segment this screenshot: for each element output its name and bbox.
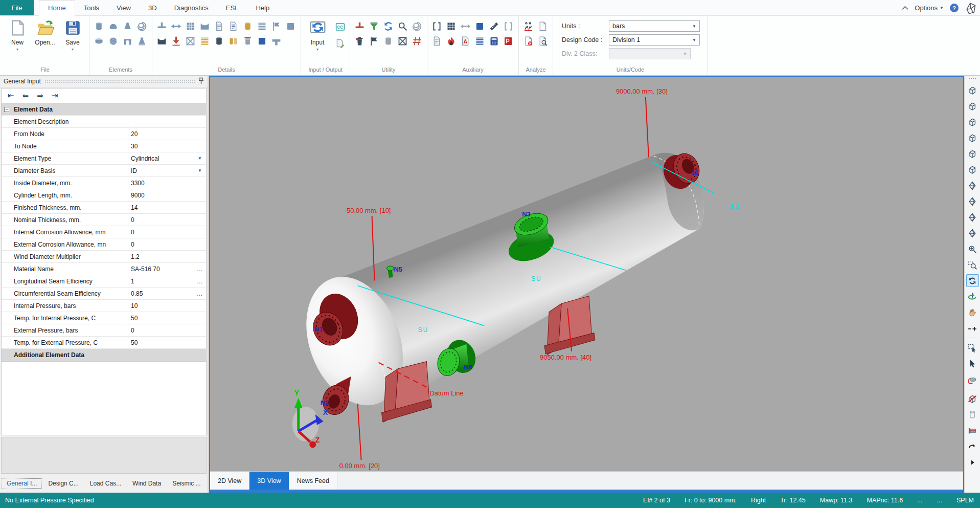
grid-value-inside-diameter-mm[interactable]: 3300 xyxy=(128,177,206,189)
help-icon[interactable]: ? xyxy=(950,4,959,12)
tab-tools[interactable]: Tools xyxy=(75,0,108,15)
zoom-percent-icon[interactable] xyxy=(396,19,409,33)
iso-view-1-icon[interactable] xyxy=(966,84,979,97)
delete-element-icon[interactable] xyxy=(353,34,367,48)
more-tools-icon[interactable] xyxy=(966,456,979,469)
spin-view-icon[interactable] xyxy=(966,290,979,303)
grid-value-to-node[interactable]: 30 xyxy=(128,140,206,152)
nozzle-check-icon[interactable] xyxy=(353,19,367,33)
body-flange-icon[interactable] xyxy=(135,19,149,33)
grid-value-element-description[interactable] xyxy=(128,116,206,127)
pdf-export-icon[interactable] xyxy=(502,34,515,48)
weld-seam-icon[interactable] xyxy=(284,19,298,33)
liquid-icon[interactable] xyxy=(226,19,240,33)
grid-value-external-corrosion-allowance-mn[interactable]: 0 xyxy=(128,238,206,250)
grid-value-finished-thickness-mm[interactable]: 14 xyxy=(128,202,206,213)
ellipsis-button[interactable]: ... xyxy=(196,278,203,285)
tab-file[interactable]: File xyxy=(0,0,34,15)
detach-icon[interactable] xyxy=(410,19,424,33)
grid-value-element-type[interactable]: Cylindrical▼ xyxy=(128,152,206,164)
nav-first-button[interactable]: ⇤ xyxy=(8,91,14,100)
rotate-view-icon[interactable] xyxy=(966,274,979,287)
calculator-icon[interactable] xyxy=(487,34,501,48)
undo-view-icon[interactable] xyxy=(966,440,979,453)
grid-value-circumferential-seam-efficiency[interactable]: 0.85... xyxy=(128,288,206,299)
preview-report-icon[interactable] xyxy=(536,34,550,48)
cc-icon[interactable] xyxy=(333,20,347,34)
units-combo[interactable]: bars▼ xyxy=(609,20,700,32)
transparent-view-icon[interactable] xyxy=(966,408,979,421)
funnel-icon[interactable] xyxy=(367,19,381,33)
flange-view-icon[interactable] xyxy=(966,424,979,437)
flat-head-icon[interactable] xyxy=(92,34,106,48)
rotate-element-icon[interactable] xyxy=(381,19,395,33)
tray-icon[interactable] xyxy=(255,19,269,33)
select-region-icon[interactable] xyxy=(396,34,409,48)
nav-next-button[interactable]: ⇒ xyxy=(37,91,43,100)
grid-value-internal-pressure-bars[interactable]: 10 xyxy=(128,300,206,312)
input-button[interactable]: Input▼ xyxy=(304,17,331,51)
new-button[interactable]: New▼ xyxy=(4,17,31,51)
force-moment-icon[interactable] xyxy=(169,34,183,48)
hide-element-icon[interactable] xyxy=(966,392,979,405)
nozzle-icon[interactable] xyxy=(169,19,183,33)
stamp-icon[interactable] xyxy=(444,19,458,33)
grid-value-material-name[interactable]: SA-516 70... xyxy=(128,263,206,275)
clip-icon[interactable] xyxy=(255,34,269,48)
report-page-icon[interactable] xyxy=(536,19,550,33)
tab-3d[interactable]: 3D xyxy=(140,0,166,15)
ortho-view-1-icon[interactable] xyxy=(966,179,979,192)
analyze-run-icon[interactable] xyxy=(521,19,535,33)
elliptical-head-icon[interactable] xyxy=(106,19,120,33)
flare-icon[interactable] xyxy=(444,34,458,48)
basering-icon[interactable] xyxy=(155,34,169,48)
design-code-combo[interactable]: Division 1▼ xyxy=(609,34,700,46)
zoom-extents-icon[interactable] xyxy=(966,242,979,255)
iso-view-4-icon[interactable] xyxy=(966,131,979,144)
panel-tab-load-cas[interactable]: Load Cas... xyxy=(84,480,127,487)
cylinder-element-icon[interactable] xyxy=(92,19,106,33)
options-menu[interactable]: Options▼ xyxy=(915,4,944,12)
half-pipe-icon[interactable] xyxy=(198,34,212,48)
saddle-icon[interactable] xyxy=(198,19,212,33)
packing-icon[interactable] xyxy=(212,34,226,48)
grid-value-temp-for-external-pressure-c[interactable]: 50 xyxy=(128,337,206,348)
conical-element-icon[interactable] xyxy=(121,19,134,33)
insulation-icon[interactable] xyxy=(241,19,255,33)
ellipsis-button[interactable]: ... xyxy=(196,290,203,297)
tab-view[interactable]: View xyxy=(108,0,140,15)
spherical-head-icon[interactable] xyxy=(106,34,120,48)
collapse-icon[interactable]: − xyxy=(4,107,9,112)
renumber-icon[interactable] xyxy=(410,34,424,48)
grid-value-wind-diameter-multiplier[interactable]: 1.2 xyxy=(128,251,206,262)
iso-view-2-icon[interactable] xyxy=(966,100,979,113)
view-tab-news-feed[interactable]: News Feed xyxy=(289,472,337,490)
collapse-ribbon-icon[interactable] xyxy=(902,5,908,12)
grid-value-longitudinal-seam-efficiency[interactable]: 1... xyxy=(128,275,206,287)
pick-dialog-icon[interactable] xyxy=(473,19,487,33)
view-tab-3d-view[interactable]: 3D View xyxy=(249,472,289,490)
welded-flat-head-icon[interactable] xyxy=(121,34,134,48)
3d-model-view[interactable]: 9000.00 mm. [30] -50.00 mm. [10] 0.00 mm… xyxy=(210,77,963,471)
tab-help[interactable]: Help xyxy=(247,0,278,15)
lining-icon[interactable] xyxy=(269,19,283,33)
stiffening-ring-icon[interactable] xyxy=(155,19,169,33)
save-button[interactable]: Save▼ xyxy=(59,17,86,51)
toolbar-grip-icon[interactable] xyxy=(968,77,976,80)
jacket-icon[interactable] xyxy=(226,34,240,48)
send-model-icon[interactable] xyxy=(459,19,472,33)
grid-value-internal-corrosion-allowance-mm[interactable]: 0 xyxy=(128,226,206,238)
grid-value-diameter-basis[interactable]: ID▼ xyxy=(128,165,206,176)
view-tab-2d-view[interactable]: 2D View xyxy=(210,472,249,490)
iso-view-5-icon[interactable] xyxy=(966,147,979,160)
pan-view-icon[interactable] xyxy=(966,306,979,319)
grid-value-from-node[interactable]: 20 xyxy=(128,128,206,140)
iso-view-3-icon[interactable] xyxy=(966,116,979,128)
ellipsis-button[interactable]: ... xyxy=(196,266,203,273)
brackets-icon[interactable] xyxy=(430,19,444,33)
panel-tab-wind-data[interactable]: Wind Data xyxy=(127,480,167,487)
ortho-view-3-icon[interactable] xyxy=(966,211,979,224)
ortho-view-4-icon[interactable] xyxy=(966,227,979,239)
export-drawing-icon[interactable] xyxy=(502,19,515,33)
select-window-icon[interactable] xyxy=(966,341,979,354)
